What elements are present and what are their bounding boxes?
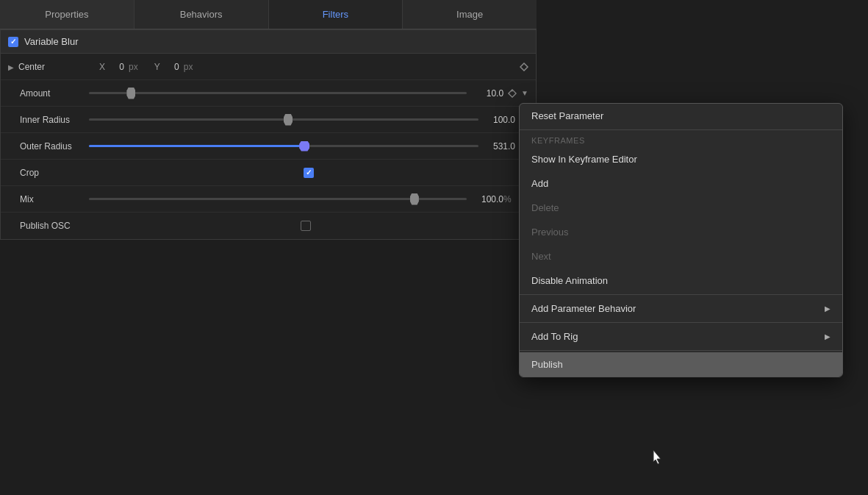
submenu-arrow-behavior: ▶ <box>825 305 831 313</box>
tab-bar: Properties Behaviors Filters Image <box>0 0 537 29</box>
center-label: Center <box>18 62 99 72</box>
tab-behaviors[interactable]: Behaviors <box>134 0 269 29</box>
menu-item-publish[interactable]: Publish <box>520 352 842 377</box>
crop-checkbox[interactable] <box>304 168 314 178</box>
tab-properties[interactable]: Properties <box>0 0 134 29</box>
amount-keyframe-add[interactable]: + <box>508 89 517 98</box>
filter-name: Variable Blur <box>24 36 78 47</box>
center-keyframe-diamond[interactable] <box>520 63 528 71</box>
menu-item-next: Next <box>520 244 842 268</box>
publish-osc-label: Publish OSC <box>8 221 89 231</box>
menu-item-show-keyframe-editor[interactable]: Show In Keyframe Editor <box>520 147 842 171</box>
amount-label: Amount <box>8 88 89 99</box>
tab-filters[interactable]: Filters <box>269 0 403 29</box>
publish-osc-row: Publish OSC <box>1 213 536 239</box>
publish-osc-checkbox[interactable] <box>301 221 311 231</box>
x-value[interactable]: 0 <box>110 62 124 72</box>
menu-item-reset-parameter[interactable]: Reset Parameter <box>520 104 842 128</box>
menu-item-add[interactable]: Add <box>520 171 842 196</box>
menu-separator-2 <box>520 294 842 295</box>
center-coords: X 0 px Y 0 px <box>99 62 515 72</box>
mix-label: Mix <box>8 194 89 204</box>
inner-radius-label: Inner Radius <box>8 115 89 125</box>
outer-radius-row: Outer Radius 531.0 <box>1 133 536 160</box>
outer-radius-slider[interactable] <box>89 145 478 147</box>
amount-icons: + ▼ <box>503 89 528 98</box>
menu-item-previous: Previous <box>520 220 842 244</box>
amount-value[interactable]: 10.0 <box>467 88 503 99</box>
crop-checkbox-container <box>89 168 528 178</box>
inner-radius-row: Inner Radius 100.0 <box>1 107 536 133</box>
x-label: X <box>99 62 105 72</box>
menu-separator-1 <box>520 129 842 130</box>
properties-panel: Variable Blur ▶ Center X 0 px Y 0 px Amo… <box>0 29 537 240</box>
filter-enabled-checkbox[interactable] <box>8 37 18 47</box>
crop-row: Crop <box>1 160 536 186</box>
svg-marker-0 <box>520 63 528 71</box>
y-label: Y <box>154 62 160 72</box>
menu-section-keyframes: KEYFRAMES <box>520 132 842 147</box>
svg-text:+: + <box>511 89 513 93</box>
mix-row: Mix 100.0 % <box>1 186 536 213</box>
center-row: ▶ Center X 0 px Y 0 px <box>1 54 536 80</box>
menu-separator-4 <box>520 350 842 351</box>
inner-radius-value[interactable]: 100.0 <box>478 115 515 125</box>
menu-item-add-to-rig[interactable]: Add To Rig ▶ <box>520 324 842 349</box>
mix-value[interactable]: 100.0 <box>467 194 503 204</box>
tab-image[interactable]: Image <box>403 0 537 29</box>
mix-slider[interactable] <box>89 198 467 200</box>
crop-label: Crop <box>8 168 89 178</box>
publish-osc-checkbox-container <box>89 221 528 231</box>
x-unit: px <box>129 62 138 72</box>
menu-item-delete: Delete <box>520 196 842 220</box>
amount-dropdown[interactable]: ▼ <box>521 89 528 97</box>
menu-item-disable-animation[interactable]: Disable Animation <box>520 268 842 293</box>
filter-header: Variable Blur <box>1 30 536 54</box>
mix-unit: % <box>503 194 515 204</box>
disclosure-triangle[interactable]: ▶ <box>8 63 15 71</box>
amount-slider[interactable] <box>89 92 467 94</box>
inner-radius-slider[interactable] <box>89 118 478 121</box>
y-value[interactable]: 0 <box>165 62 179 72</box>
y-unit: px <box>184 62 193 72</box>
outer-radius-value[interactable]: 531.0 <box>478 141 515 152</box>
menu-separator-3 <box>520 322 842 323</box>
amount-row: Amount 10.0 + ▼ <box>1 80 536 107</box>
context-menu: Reset Parameter KEYFRAMES Show In Keyfra… <box>519 103 843 377</box>
menu-item-add-parameter-behavior[interactable]: Add Parameter Behavior ▶ <box>520 296 842 321</box>
submenu-arrow-rig: ▶ <box>825 332 831 341</box>
outer-radius-label: Outer Radius <box>8 141 89 152</box>
